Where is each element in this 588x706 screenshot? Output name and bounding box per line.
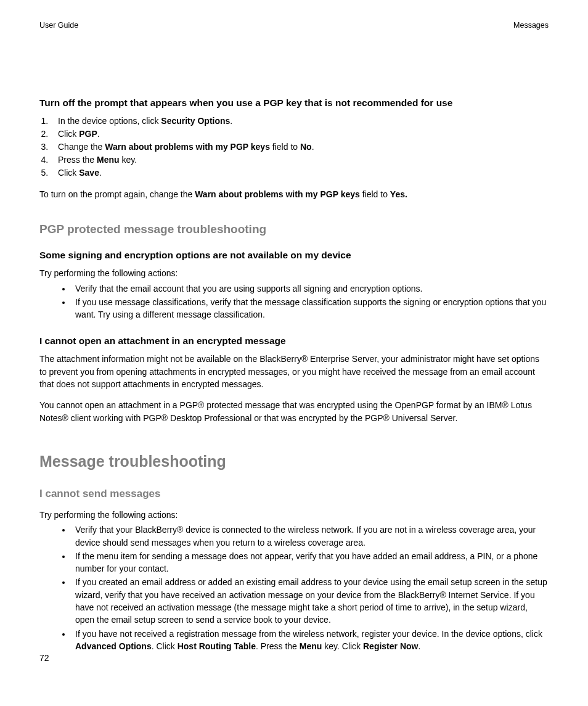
header-left: User Guide	[39, 21, 78, 30]
paragraph: The attachment information might not be …	[39, 353, 549, 390]
bullet-list: Verify that your BlackBerry® device is c…	[39, 523, 549, 652]
bullet-item: If you have not received a registration …	[71, 628, 549, 653]
header-right: Messages	[513, 21, 549, 30]
paragraph: You cannot open an attachment in a PGP® …	[39, 399, 549, 424]
sub-heading-attachment: I cannot open an attachment in an encryp…	[39, 335, 549, 347]
intro-paragraph: Try performing the following actions:	[39, 267, 549, 279]
bullet-item: If you use message classifications, veri…	[71, 296, 549, 321]
bullet-item: Verify that the email account that you a…	[71, 282, 549, 295]
step-item: Press the Menu key.	[51, 154, 549, 166]
step-item: In the device options, click Security Op…	[51, 115, 549, 128]
step-item: Click Save.	[51, 166, 549, 179]
bullet-item: If the menu item for sending a message d…	[71, 550, 549, 575]
sub-heading-cannot-send: I cannot send messages	[39, 488, 549, 500]
bullet-item: If you created an email address or added…	[71, 576, 549, 626]
section-heading-turn-off-prompt: Turn off the prompt that appears when yo…	[39, 97, 549, 109]
page-header: User Guide Messages	[39, 21, 549, 30]
section-heading-pgp-troubleshooting: PGP protected message troubleshooting	[39, 223, 549, 236]
page-number: 72	[39, 653, 49, 663]
section-heading-message-troubleshooting: Message troubleshooting	[39, 453, 549, 470]
steps-list: In the device options, click Security Op…	[39, 115, 549, 179]
document-page: User Guide Messages Turn off the prompt …	[0, 0, 588, 706]
bullet-item: Verify that your BlackBerry® device is c…	[71, 523, 549, 549]
bullet-list: Verify that the email account that you a…	[39, 282, 549, 321]
step-item: Click PGP.	[51, 128, 549, 141]
step-item: Change the Warn about problems with my P…	[51, 141, 549, 154]
sub-heading-signing-options: Some signing and encryption options are …	[39, 250, 549, 261]
note-paragraph: To turn on the prompt again, change the …	[39, 188, 549, 200]
intro-paragraph: Try performing the following actions:	[39, 509, 549, 521]
